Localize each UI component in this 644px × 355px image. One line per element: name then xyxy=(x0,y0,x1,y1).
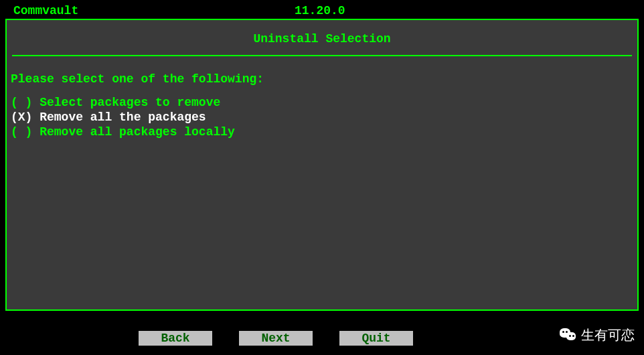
quit-button[interactable]: Quit xyxy=(339,331,413,346)
back-button[interactable]: Back xyxy=(139,331,212,346)
radio-option-2[interactable]: ( ) Remove all packages locally xyxy=(11,125,637,139)
app-name: Commvault xyxy=(13,4,78,17)
header-bar: Commvault 11.20.0 xyxy=(0,0,644,19)
wechat-icon xyxy=(560,328,577,343)
watermark-text: 生有可恋 xyxy=(581,326,635,344)
button-bar: Back Next Quit xyxy=(0,331,644,346)
prompt-text: Please select one of the following: xyxy=(7,56,637,86)
next-button[interactable]: Next xyxy=(239,331,313,346)
radio-option-1[interactable]: (X) Remove all the packages xyxy=(11,110,637,125)
dialog-panel: Uninstall Selection Please select one of… xyxy=(5,19,639,311)
options-list: ( ) Select packages to remove(X) Remove … xyxy=(7,86,637,139)
dialog-title: Uninstall Selection xyxy=(7,20,637,52)
app-version: 11.20.0 xyxy=(295,4,345,17)
watermark: 生有可恋 xyxy=(560,326,635,344)
radio-option-0[interactable]: ( ) Select packages to remove xyxy=(11,95,637,110)
